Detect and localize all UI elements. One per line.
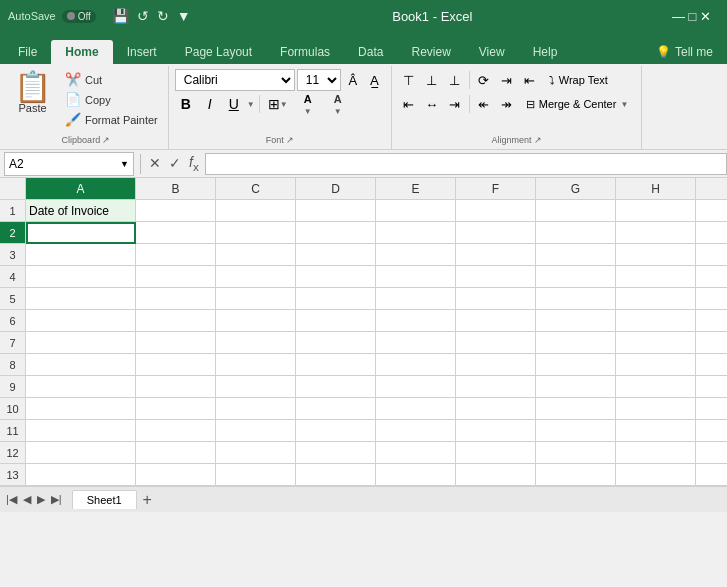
row-num-13[interactable]: 13 — [0, 464, 26, 486]
format-painter-button[interactable]: 🖌️ Format Painter — [61, 110, 162, 129]
cell-A3[interactable] — [26, 244, 136, 266]
bold-button[interactable]: B — [175, 93, 197, 115]
cut-button[interactable]: ✂️ Cut — [61, 70, 162, 89]
font-color-button[interactable]: A ▼ — [324, 93, 352, 115]
cell-D1[interactable] — [296, 200, 376, 222]
add-sheet-button[interactable]: + — [143, 491, 152, 509]
font-expand-icon[interactable]: ↗ — [286, 135, 294, 145]
increase-font-size-button[interactable]: Â — [343, 69, 363, 91]
cell-E2[interactable] — [376, 222, 456, 244]
cancel-formula-icon[interactable]: ✕ — [149, 155, 161, 171]
cell-B3[interactable] — [136, 244, 216, 266]
col-header-H[interactable]: H — [616, 178, 696, 200]
increase-indent-btn2[interactable]: ↠ — [496, 93, 518, 115]
cell-F1[interactable] — [456, 200, 536, 222]
col-header-A[interactable]: A — [26, 178, 136, 200]
align-middle-button[interactable]: ⊥ — [421, 69, 443, 91]
tab-insert[interactable]: Insert — [113, 40, 171, 64]
redo-icon[interactable]: ↻ — [155, 6, 171, 26]
name-box[interactable]: A2 ▼ — [4, 152, 134, 176]
font-size-select[interactable]: 11 — [297, 69, 341, 91]
last-sheet-icon[interactable]: ▶| — [49, 491, 64, 508]
clipboard-expand-icon[interactable]: ↗ — [102, 135, 110, 145]
tab-home[interactable]: Home — [51, 40, 112, 64]
row-num-1[interactable]: 1 — [0, 200, 26, 222]
tab-view[interactable]: View — [465, 40, 519, 64]
cell-F2[interactable] — [456, 222, 536, 244]
prev-sheet-icon[interactable]: ◀ — [21, 491, 33, 508]
tab-file[interactable]: File — [4, 40, 51, 64]
customize-icon[interactable]: ▼ — [175, 6, 193, 26]
row-num-2[interactable]: 2 — [0, 222, 26, 244]
row-num-5[interactable]: 5 — [0, 288, 26, 310]
row-num-12[interactable]: 12 — [0, 442, 26, 464]
merge-center-button[interactable]: ⊟ Merge & Center ▼ — [519, 95, 636, 114]
underline-dropdown-icon[interactable]: ▼ — [247, 100, 255, 109]
undo-icon[interactable]: ↺ — [135, 6, 151, 26]
col-header-I[interactable]: I — [696, 178, 727, 200]
row-num-6[interactable]: 6 — [0, 310, 26, 332]
col-header-C[interactable]: C — [216, 178, 296, 200]
cell-H1[interactable] — [616, 200, 696, 222]
next-sheet-icon[interactable]: ▶ — [35, 491, 47, 508]
decrease-indent-button[interactable]: ↞ — [473, 93, 495, 115]
row-num-11[interactable]: 11 — [0, 420, 26, 442]
save-icon[interactable]: 💾 — [110, 6, 131, 26]
col-header-F[interactable]: F — [456, 178, 536, 200]
col-header-E[interactable]: E — [376, 178, 456, 200]
align-left-button[interactable]: ⇤ — [398, 93, 420, 115]
font-family-select[interactable]: Calibri — [175, 69, 295, 91]
tell-me-box[interactable]: 💡 Tell me — [646, 40, 723, 64]
formula-input[interactable] — [205, 153, 727, 175]
cell-A1[interactable]: Date of Invoice — [26, 200, 136, 222]
row-num-8[interactable]: 8 — [0, 354, 26, 376]
tab-help[interactable]: Help — [519, 40, 572, 64]
name-box-dropdown[interactable]: ▼ — [120, 159, 129, 169]
col-header-B[interactable]: B — [136, 178, 216, 200]
decrease-font-size-button[interactable]: A̲ — [365, 69, 385, 91]
row-num-7[interactable]: 7 — [0, 332, 26, 354]
col-header-G[interactable]: G — [536, 178, 616, 200]
row-num-10[interactable]: 10 — [0, 398, 26, 420]
tab-formulas[interactable]: Formulas — [266, 40, 344, 64]
italic-button[interactable]: I — [199, 93, 221, 115]
row-num-3[interactable]: 3 — [0, 244, 26, 266]
fill-color-button[interactable]: A ▼ — [294, 93, 322, 115]
align-center-button[interactable]: ↔ — [421, 93, 443, 115]
insert-function-icon[interactable]: fx — [189, 154, 199, 173]
borders-button[interactable]: ⊞ ▼ — [264, 93, 292, 115]
cell-E1[interactable] — [376, 200, 456, 222]
first-sheet-icon[interactable]: |◀ — [4, 491, 19, 508]
tab-review[interactable]: Review — [397, 40, 464, 64]
cell-I2[interactable] — [696, 222, 727, 244]
cell-B2[interactable] — [136, 222, 216, 244]
sheet-tab-sheet1[interactable]: Sheet1 — [72, 490, 137, 509]
paste-button[interactable]: 📋 Paste — [8, 68, 57, 118]
confirm-formula-icon[interactable]: ✓ — [169, 155, 181, 171]
col-header-D[interactable]: D — [296, 178, 376, 200]
cell-D2[interactable] — [296, 222, 376, 244]
cell-B1[interactable] — [136, 200, 216, 222]
cell-I1[interactable] — [696, 200, 727, 222]
row-num-4[interactable]: 4 — [0, 266, 26, 288]
align-right-button[interactable]: ⇥ — [444, 93, 466, 115]
indent-increase-button[interactable]: ⇥ — [496, 69, 518, 91]
cell-G2[interactable] — [536, 222, 616, 244]
autosave-toggle[interactable]: Off — [62, 10, 96, 23]
wrap-text-button[interactable]: ⤵ Wrap Text — [542, 71, 615, 89]
tab-data[interactable]: Data — [344, 40, 397, 64]
tab-page-layout[interactable]: Page Layout — [171, 40, 266, 64]
cell-H2[interactable] — [616, 222, 696, 244]
align-top-button[interactable]: ⊤ — [398, 69, 420, 91]
align-bottom-button[interactable]: ⊥ — [444, 69, 466, 91]
alignment-expand-icon[interactable]: ↗ — [534, 135, 542, 145]
orientation-button[interactable]: ⟳ — [473, 69, 495, 91]
copy-button[interactable]: 📄 Copy — [61, 90, 162, 109]
cell-C2[interactable] — [216, 222, 296, 244]
indent-decrease-button[interactable]: ⇤ — [519, 69, 541, 91]
row-num-9[interactable]: 9 — [0, 376, 26, 398]
underline-button[interactable]: U — [223, 93, 245, 115]
cell-C1[interactable] — [216, 200, 296, 222]
cell-G1[interactable] — [536, 200, 616, 222]
cell-A2[interactable] — [26, 222, 136, 244]
